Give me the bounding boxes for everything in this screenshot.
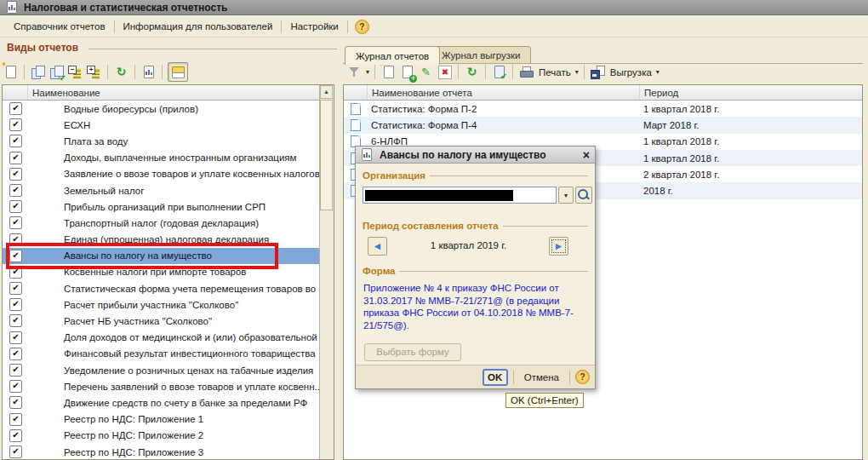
list-item-label: Заявление о ввозе товаров и уплате косве… [3,169,320,179]
list-item-label: Финансовый результат инвестиционного тов… [3,348,316,359]
list-item[interactable]: Реестр по НДС: Приложение 2 [3,428,321,444]
list-item-label: Движение средств по счету в банке за пре… [3,398,307,408]
organization-search-icon[interactable] [575,187,592,204]
print-icon[interactable] [518,65,534,80]
checkbox[interactable] [9,413,22,426]
checkbox[interactable] [9,446,22,458]
period-column-header: Период [640,88,862,98]
report-chart-icon [3,0,20,15]
list-item[interactable]: Расчет прибыли участника "Сколково" [3,296,321,313]
list-item-label: Расчет прибыли участника "Сколково" [3,300,238,310]
checkbox[interactable] [9,348,22,360]
form-group: Форма [363,266,588,276]
checkbox[interactable] [9,216,22,229]
scrollbar-thumb[interactable] [320,100,333,210]
checkbox[interactable] [9,314,22,327]
checkbox[interactable] [9,102,22,115]
previous-period-button[interactable] [368,237,387,256]
list-item[interactable]: Прибыль организаций при выполнении СРП [3,198,321,215]
menu-report-directory[interactable]: Справочник отчетов [7,19,112,34]
refresh-icon[interactable] [464,65,480,80]
table-row[interactable]: Статистика: Форма П-21 квартал 2018 г. [344,101,862,117]
tab-export-journal[interactable]: Журнал выгрузки [431,46,531,63]
list-item[interactable]: Плата за воду [3,133,321,149]
organization-dropdown-icon[interactable] [558,187,574,204]
edit-icon[interactable] [418,65,434,80]
checkbox[interactable] [9,118,22,131]
list-item[interactable]: Реестр по НДС: Приложение 3 [3,444,321,459]
tab-report-journal[interactable]: Журнал отчетов [345,46,440,65]
list-item-label: Перечень заявлений о ввозе товаров и упл… [3,382,321,392]
help-icon[interactable] [355,20,369,34]
post-report-icon[interactable] [491,65,507,80]
print-button[interactable]: Печать [539,67,571,78]
checkbox[interactable] [9,152,22,164]
checkbox[interactable] [9,168,22,181]
period-cell: 2 квартал 2018 г. [639,170,862,180]
collapse-list-icon[interactable]: − [67,65,83,80]
table-row[interactable]: Статистика: Форма П-4Март 2018 г. [344,117,862,133]
list-item[interactable]: Перечень заявлений о ввозе товаров и упл… [3,378,321,394]
filter-dropdown-icon[interactable]: ▾ [366,68,369,76]
select-form-button[interactable]: Выбрать форму [364,343,461,361]
delete-icon[interactable] [437,65,453,80]
period-cell: 1 квартал 2018 г. [639,153,862,164]
checkbox[interactable] [9,429,22,442]
checkbox[interactable] [9,282,22,295]
list-item[interactable]: Доля доходов от медицинской и (или) обра… [3,330,321,346]
list-item-label: Реестр по НДС: Приложение 2 [3,430,203,440]
checkbox[interactable] [9,396,22,409]
menu-settings[interactable]: Настройки [283,19,345,34]
menu-user-info[interactable]: Информация для пользователей [117,19,280,34]
list-item[interactable]: Уведомление о розничных ценах на табачны… [3,362,321,378]
list-item[interactable]: Водные биоресурсы (прилов) [3,101,321,117]
organization-field[interactable] [363,187,557,204]
checkbox[interactable] [9,331,22,344]
list-item[interactable]: Движение средств по счету в банке за пре… [3,394,321,411]
copy-group-icon[interactable] [49,65,65,80]
list-item[interactable]: Расчет НБ участника "Сколково" [3,313,321,329]
add-report-icon[interactable]: + [399,65,415,80]
dialog-help-icon[interactable] [575,370,590,384]
filter-icon[interactable] [346,65,363,80]
checkbox[interactable] [9,380,22,393]
open-report-icon[interactable] [140,65,157,80]
checkbox[interactable] [9,184,22,197]
checkbox[interactable] [9,200,22,213]
export-button[interactable]: Выгрузка [610,67,652,78]
refresh-icon[interactable] [113,65,129,80]
list-item[interactable]: Доходы, выплаченные иностранным организа… [3,150,321,166]
export-dropdown-icon[interactable]: ▾ [656,68,660,76]
copy-icon[interactable] [30,65,46,80]
checkbox[interactable] [9,298,22,311]
cancel-button[interactable]: Отмена [519,371,564,384]
ok-button[interactable]: OK [483,369,508,386]
period-cell: 1 квартал 2018 г. [639,136,862,147]
form-description: Приложение № 4 к приказу ФНС России от 3… [363,282,586,331]
name-column-header: Наименование [28,88,100,98]
scroll-up-icon[interactable] [320,85,333,99]
expand-list-icon[interactable]: + [86,65,102,80]
list-item[interactable]: Земельный налог [3,182,321,198]
list-item[interactable]: Заявление о ввозе товаров и уплате косве… [3,166,321,182]
next-period-button[interactable] [549,237,568,256]
new-item-icon[interactable] [3,65,19,80]
list-item-label: Доля доходов от медицинской и (или) обра… [3,332,321,342]
checkbox[interactable] [9,364,22,377]
list-item[interactable]: Финансовый результат инвестиционного тов… [3,346,321,362]
export-icon[interactable] [590,65,606,80]
close-icon[interactable] [583,149,590,161]
new-report-icon[interactable] [380,65,397,80]
print-dropdown-icon[interactable]: ▾ [575,68,579,76]
list-item[interactable]: Статистическая форма учета перемещения т… [3,280,321,296]
list-item[interactable]: ЕСХН [3,117,321,133]
organization-redacted-value [365,190,513,201]
period-group-label: Период составления отчета [363,221,499,231]
highlight-rectangle [6,243,278,269]
list-item[interactable]: Реестр по НДС: Приложение 1 [3,411,321,428]
journal-toggle-icon[interactable] [168,62,188,82]
list-item[interactable]: Транспортный налог (годовая декларация) [3,215,321,231]
left-list-scrollbar[interactable] [319,85,334,459]
checkbox[interactable] [9,135,22,147]
icon-column-header [344,85,368,100]
